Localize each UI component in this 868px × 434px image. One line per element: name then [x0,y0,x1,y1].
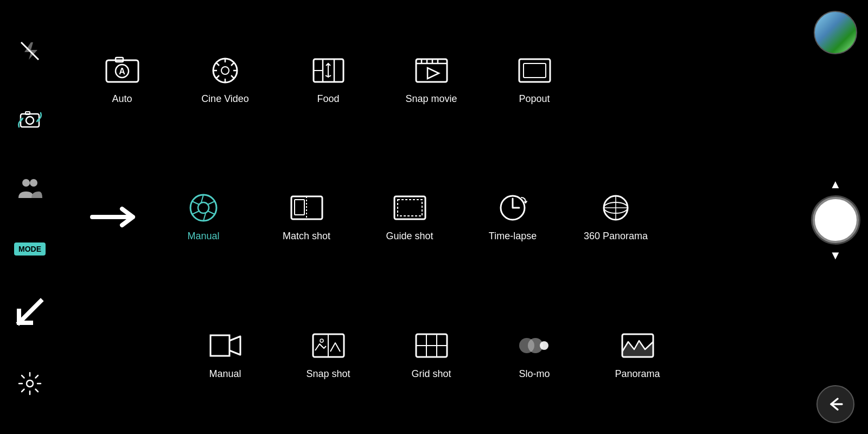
food-label: Food [317,93,339,105]
mode-item-grid-shot[interactable]: Grid shot [380,329,483,380]
manual-video-label: Manual [209,368,241,380]
mode-item-360-panorama[interactable]: 360 Panorama [564,192,667,242]
svg-rect-45 [295,200,304,215]
svg-point-4 [22,179,30,187]
people-icon[interactable] [16,175,43,202]
manual-label: Manual [187,231,219,242]
svg-rect-34 [524,63,546,78]
svg-point-36 [198,202,209,213]
mode-item-panorama[interactable]: Panorama [586,329,689,380]
mode-row-1: A Auto Cine Vi [60,54,803,105]
svg-text:A: A [119,67,125,76]
shutter-area: ▲ ▼ [813,177,859,263]
svg-rect-26 [416,59,447,82]
right-controls: ▲ ▼ [803,0,868,434]
slo-mo-label: Slo-mo [519,368,550,380]
mode-row-3: Manual Snap shot [60,329,803,380]
svg-rect-1 [21,114,39,127]
manual-video-icon [206,329,244,362]
svg-rect-3 [25,112,30,114]
panorama-label: Panorama [615,368,660,380]
back-button[interactable] [816,385,854,423]
auto-icon: A [103,54,141,87]
mode-row-2: Manual Match shot Guide sh [60,192,803,242]
mode-item-manual[interactable]: Manual [152,192,255,242]
svg-line-38 [208,201,215,205]
grid-shot-label: Grid shot [411,368,451,380]
svg-line-42 [192,201,199,205]
mode-item-popout[interactable]: Popout [483,54,586,105]
settings-icon[interactable] [16,370,43,397]
svg-point-63 [540,341,548,350]
svg-point-5 [30,179,37,187]
cine-video-label: Cine Video [201,93,249,105]
svg-line-40 [203,213,206,221]
shutter-down-arrow[interactable]: ▼ [829,248,841,263]
mode-item-cine-video[interactable]: Cine Video [174,54,277,105]
svg-line-39 [208,211,215,214]
auto-label: Auto [112,93,132,105]
mode-item-slo-mo[interactable]: Slo-mo [483,329,586,380]
main-content: A Auto Cine Vi [60,0,803,434]
manual-icon [184,192,222,224]
grid-shot-icon [412,329,450,362]
food-icon [309,54,347,87]
svg-line-41 [192,211,199,214]
sidebar: MODE [0,0,60,434]
mode-item-match-shot[interactable]: Match shot [255,192,358,242]
arrow-indicator [87,203,146,231]
match-shot-label: Match shot [283,231,330,242]
svg-point-6 [27,380,33,387]
time-lapse-label: Time-lapse [489,231,537,242]
svg-rect-47 [398,200,422,216]
mode-badge[interactable]: MODE [14,244,46,254]
360-panorama-label: 360 Panorama [584,231,648,242]
snap-movie-icon [412,54,450,87]
snap-shot-label: Snap shot [306,368,350,380]
match-shot-icon [288,192,326,224]
mode-item-auto[interactable]: A Auto [71,54,174,105]
snap-movie-label: Snap movie [405,93,457,105]
guide-shot-label: Guide shot [386,231,433,242]
guide-shot-icon [391,192,429,224]
shutter-button[interactable] [813,197,859,243]
slo-mo-icon [515,329,553,362]
snap-shot-icon [309,329,347,362]
shutter-up-arrow[interactable]: ▲ [829,177,841,192]
cine-video-icon [206,54,244,87]
rotate-camera-icon[interactable] [16,106,43,133]
svg-marker-32 [427,68,439,79]
svg-line-37 [201,195,203,202]
gallery-thumbnail[interactable] [814,11,857,54]
svg-line-18 [231,75,234,78]
360-panorama-icon [597,192,635,224]
panorama-icon [618,329,656,362]
flash-off-icon[interactable] [16,37,43,65]
svg-line-17 [216,63,219,66]
mode-item-manual-video[interactable]: Manual [174,329,277,380]
svg-point-12 [221,67,229,74]
mode-item-guide-shot[interactable]: Guide shot [358,192,461,242]
time-lapse-icon [494,192,532,224]
arrow-pointer-icon [14,296,46,328]
mode-item-snap-movie[interactable]: Snap movie [380,54,483,105]
popout-icon [515,54,553,87]
mode-item-food[interactable]: Food [277,54,380,105]
svg-point-56 [320,339,323,342]
svg-line-19 [231,63,234,66]
mode-item-time-lapse[interactable]: Time-lapse [461,192,564,242]
svg-marker-53 [210,335,229,356]
svg-point-35 [190,195,216,221]
svg-point-2 [26,117,34,124]
mode-item-snap-shot[interactable]: Snap shot [277,329,380,380]
svg-line-20 [216,75,219,78]
popout-label: Popout [519,93,550,105]
